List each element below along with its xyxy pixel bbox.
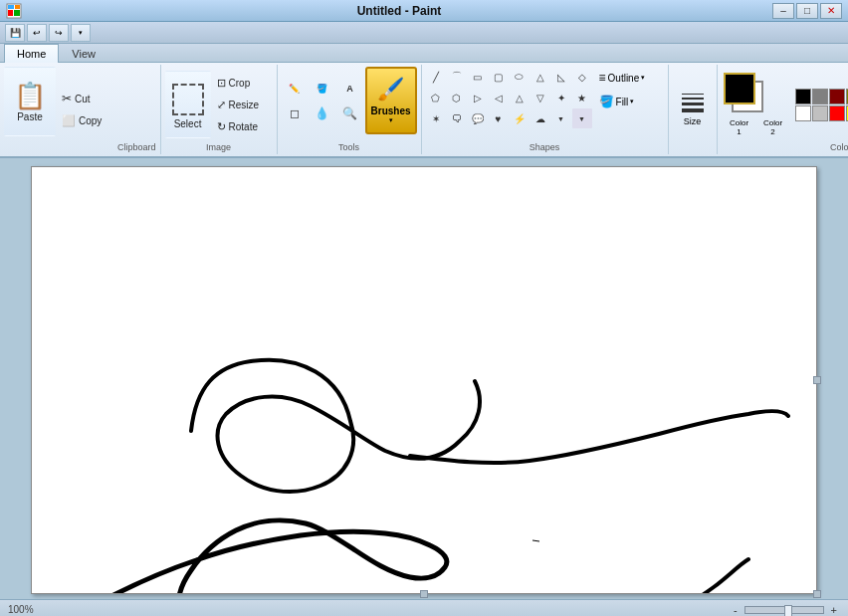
position-label: 100% — [8, 604, 34, 615]
shape-lightning[interactable]: ⚡ — [510, 108, 530, 128]
color-swatch-1[interactable] — [812, 89, 828, 104]
magnifier-button[interactable]: 🔍 — [337, 103, 363, 124]
shape-left-arrow[interactable]: ◁ — [489, 88, 509, 107]
color-swatch-10[interactable] — [795, 105, 811, 121]
crop-label: Crop — [229, 78, 251, 89]
outline-dropdown[interactable]: ≡ Outline ▾ — [594, 67, 664, 89]
shape-scroll-down[interactable]: ▼ — [572, 108, 592, 128]
select-label: Select — [174, 118, 202, 129]
color-palette — [795, 89, 848, 121]
shape-cloud[interactable]: ☁ — [530, 108, 550, 128]
paste-icon: 📋 — [14, 81, 46, 111]
zoom-out-button[interactable]: - — [731, 604, 741, 616]
fill-label: Fill — [616, 97, 629, 107]
color-swatch-0[interactable] — [795, 89, 811, 104]
fill-button[interactable]: 🪣 — [310, 78, 335, 100]
shape-heart[interactable]: ♥ — [489, 108, 509, 128]
cut-icon: ✂ — [62, 92, 72, 105]
colors-label: Colors — [724, 142, 848, 152]
outline-label: Outline — [608, 73, 640, 84]
tools-row2: ◻ 💧 🔍 — [282, 103, 363, 124]
color2-num: 2 — [770, 127, 774, 136]
maximize-button[interactable]: □ — [796, 3, 818, 19]
shape-right-triangle[interactable]: ◺ — [551, 67, 571, 87]
tab-home[interactable]: Home — [4, 44, 59, 63]
color-picker-button[interactable]: 💧 — [310, 103, 335, 124]
paint-canvas[interactable] — [31, 166, 817, 594]
close-button[interactable]: ✕ — [820, 3, 842, 19]
crop-icon: ⊡ — [217, 77, 226, 90]
select-button[interactable]: Select — [165, 71, 211, 138]
resize-handle-e[interactable] — [813, 376, 821, 384]
color-stack — [724, 73, 767, 116]
size-line-1 — [682, 94, 704, 95]
brushes-button[interactable]: 🖌️ Brushes ▾ — [365, 67, 417, 134]
color2-label-area: Color 2 — [757, 118, 789, 136]
resize-handle-se[interactable] — [813, 590, 821, 598]
color-swatch-11[interactable] — [812, 105, 828, 121]
resize-label: Resize — [229, 100, 260, 110]
shapes-grid: ╱ ⌒ ▭ ▢ ⬭ △ ◺ ◇ ⬠ ⬡ ▷ ◁ △ ▽ — [426, 67, 590, 128]
shape-more[interactable]: ▼ — [551, 108, 571, 128]
svg-rect-3 — [8, 10, 13, 16]
quick-redo-button[interactable]: ↪ — [49, 24, 69, 42]
color-swatch-12[interactable] — [829, 105, 845, 121]
cut-label: Cut — [75, 94, 91, 104]
colors-group: Color 1 Color 2 Colors — [718, 65, 848, 154]
zoom-in-button[interactable]: + — [828, 604, 840, 616]
tab-view[interactable]: View — [59, 44, 108, 63]
shape-pentagon[interactable]: ⬠ — [426, 88, 446, 107]
shapes-grid-area: ╱ ⌒ ▭ ▢ ⬭ △ ◺ ◇ ⬠ ⬡ ▷ ◁ △ ▽ — [426, 67, 590, 128]
shapes-content: ╱ ⌒ ▭ ▢ ⬭ △ ◺ ◇ ⬠ ⬡ ▷ ◁ △ ▽ — [426, 67, 664, 128]
shape-callout-round[interactable]: 💬 — [468, 108, 488, 128]
quick-dropdown-button[interactable]: ▾ — [71, 24, 91, 42]
text-button[interactable]: A — [337, 78, 363, 100]
shape-triangle[interactable]: △ — [530, 67, 550, 87]
size-button[interactable]: Size — [675, 89, 711, 131]
tools-label: Tools — [282, 142, 417, 152]
crop-button[interactable]: ⊡ Crop — [213, 73, 273, 93]
minimize-button[interactable]: – — [772, 3, 794, 19]
quick-save-button[interactable]: 💾 — [5, 24, 25, 42]
select-icon — [172, 84, 204, 115]
brushes-icon: 🖌️ — [377, 77, 404, 103]
resize-handle-s[interactable] — [420, 590, 428, 598]
tools-small: ✏️ 🪣 A ◻ 💧 🔍 — [282, 78, 363, 124]
shape-rounded-rect[interactable]: ▢ — [489, 67, 509, 87]
clipboard-group: 📋 Paste ✂ Cut ⬜ Copy Clipboard — [0, 65, 161, 154]
quick-undo-button[interactable]: ↩ — [27, 24, 47, 42]
rotate-icon: ↻ — [217, 120, 226, 133]
brushes-dropdown-arrow: ▾ — [389, 116, 393, 124]
shape-5star[interactable]: ★ — [572, 88, 592, 107]
rotate-button[interactable]: ↻ Rotate — [213, 116, 273, 136]
fill-paint-icon: 🪣 — [599, 95, 614, 108]
canvas-area — [0, 158, 848, 599]
shape-rect[interactable]: ▭ — [468, 67, 488, 87]
cut-button[interactable]: ✂ Cut — [58, 89, 117, 108]
status-bar: 100% - + — [0, 599, 848, 616]
shape-line[interactable]: ╱ — [426, 67, 446, 87]
pencil-button[interactable]: ✏️ — [282, 78, 308, 100]
status-position: 100% — [8, 604, 34, 615]
resize-button[interactable]: ⤢ Resize — [213, 95, 273, 114]
eraser-button[interactable]: ◻ — [282, 103, 308, 124]
shape-right-arrow[interactable]: ▷ — [468, 88, 488, 107]
paste-button[interactable]: 📋 Paste — [4, 67, 56, 136]
shape-callout-rect[interactable]: 🗨 — [447, 108, 467, 128]
shape-hexagon[interactable]: ⬡ — [447, 88, 467, 107]
shape-diamond[interactable]: ◇ — [572, 67, 592, 87]
color-box-labels: Color 1 Color 2 — [724, 118, 789, 136]
copy-button[interactable]: ⬜ Copy — [58, 110, 117, 130]
shape-curve[interactable]: ⌒ — [447, 67, 467, 87]
shape-ellipse[interactable]: ⬭ — [510, 67, 530, 87]
shape-4star[interactable]: ✦ — [551, 88, 571, 107]
shape-up-arrow[interactable]: △ — [510, 88, 530, 107]
color-swatch-2[interactable] — [829, 89, 845, 104]
fill-dropdown[interactable]: 🪣 Fill ▾ — [594, 91, 664, 112]
color1-box[interactable] — [724, 73, 755, 104]
shape-down-arrow[interactable]: ▽ — [530, 88, 550, 107]
rotate-label: Rotate — [229, 121, 258, 132]
shape-6star[interactable]: ✶ — [426, 108, 446, 128]
quick-access-toolbar: 💾 ↩ ↪ ▾ — [0, 22, 848, 44]
zoom-slider[interactable] — [744, 606, 824, 614]
